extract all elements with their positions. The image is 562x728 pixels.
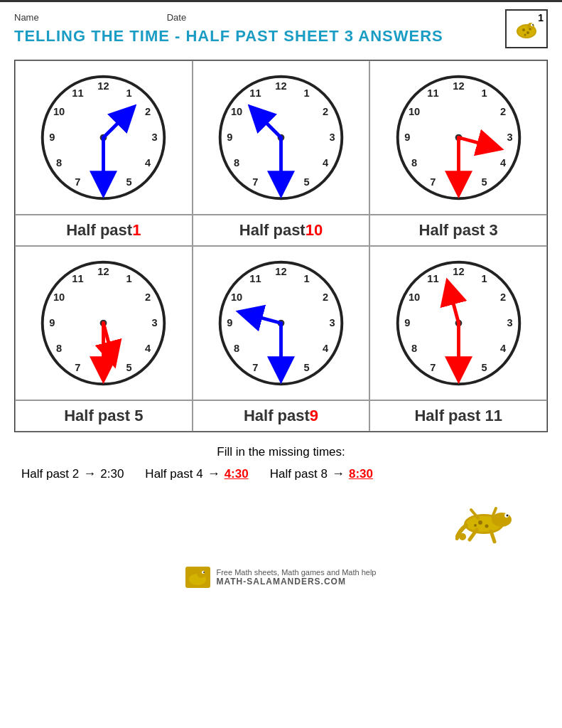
svg-text:2: 2: [145, 106, 151, 117]
svg-text:5: 5: [126, 176, 132, 188]
svg-text:3: 3: [152, 317, 158, 328]
svg-text:12: 12: [275, 80, 286, 92]
label-full-4: Half past 5: [64, 407, 143, 425]
svg-text:1: 1: [303, 273, 309, 284]
fill-arrow-1: →: [83, 466, 96, 481]
clock-svg-1: 121234567891011: [34, 68, 173, 207]
fill-answer-2: 4:30: [225, 467, 249, 481]
svg-text:10: 10: [53, 106, 65, 117]
salamander-icon: [455, 488, 526, 545]
footer: Free Math sheets, Math games and Math he…: [14, 567, 548, 588]
svg-point-116: [474, 524, 477, 527]
date-label: Date: [167, 12, 186, 23]
svg-text:4: 4: [500, 343, 507, 354]
svg-point-122: [203, 572, 205, 573]
name-label: Name: [14, 12, 39, 23]
svg-point-7: [524, 33, 526, 36]
svg-text:1: 1: [481, 273, 487, 284]
fill-title: Fill in the missing times:: [14, 445, 548, 459]
label-full-6: Half past 11: [414, 407, 502, 425]
svg-text:7: 7: [252, 176, 258, 188]
clock-cell-6: 121234567891011: [369, 246, 547, 400]
svg-text:5: 5: [303, 362, 309, 373]
label-cell-6: Half past 11: [369, 400, 547, 432]
svg-text:11: 11: [249, 87, 261, 99]
svg-text:2: 2: [323, 106, 328, 117]
svg-text:1: 1: [303, 87, 309, 99]
svg-text:2: 2: [500, 291, 506, 303]
svg-text:1: 1: [481, 87, 487, 99]
salamander-area: [14, 488, 548, 545]
label-prefix-1: Half past: [66, 221, 132, 240]
svg-text:4: 4: [500, 157, 507, 168]
clock-cell-4: 121234567891011: [15, 246, 193, 400]
svg-text:4: 4: [145, 343, 151, 354]
clock-cell-3: 121234567891011: [369, 60, 547, 215]
label-number-5: 9: [310, 407, 318, 425]
svg-text:7: 7: [75, 176, 81, 188]
svg-text:2: 2: [323, 291, 328, 303]
clock-svg-5: 121234567891011: [212, 254, 350, 392]
label-cell-4: Half past 5: [15, 400, 193, 432]
fill-item-3: Half past 8 → 8:30: [270, 466, 373, 481]
clock-svg-4: 121234567891011: [34, 254, 173, 392]
fill-answer-1: 2:30: [100, 467, 124, 481]
svg-text:7: 7: [75, 362, 81, 373]
svg-text:9: 9: [227, 132, 232, 143]
svg-text:10: 10: [231, 291, 242, 303]
clock-svg-2: 121234567891011: [212, 68, 350, 207]
clock-grid: 1212345678910111212345678910111212345678…: [14, 60, 548, 432]
fill-item-1: Half past 2 → 2:30: [21, 466, 124, 481]
svg-text:5: 5: [481, 176, 487, 188]
svg-text:9: 9: [50, 317, 55, 328]
svg-text:5: 5: [481, 362, 487, 373]
svg-line-111: [491, 531, 495, 542]
svg-text:8: 8: [56, 157, 62, 168]
svg-text:11: 11: [427, 87, 438, 99]
svg-point-5: [522, 28, 525, 31]
svg-text:9: 9: [50, 132, 55, 143]
fill-row: Half past 2 → 2:30 Half past 4 → 4:30 Ha…: [14, 466, 548, 481]
svg-text:11: 11: [249, 273, 261, 284]
label-number-2: 10: [306, 221, 323, 240]
clock-cell-5: 121234567891011: [193, 246, 370, 400]
svg-text:7: 7: [430, 176, 436, 188]
logo-number: 1: [538, 12, 544, 23]
fill-item-2: Half past 4 → 4:30: [145, 466, 248, 481]
svg-text:4: 4: [323, 343, 329, 354]
fill-text-1: Half past 2: [21, 467, 79, 481]
svg-text:5: 5: [303, 176, 309, 188]
svg-text:4: 4: [145, 157, 151, 168]
svg-text:7: 7: [430, 362, 436, 373]
clock-cell-2: 121234567891011: [193, 60, 370, 215]
svg-text:12: 12: [453, 80, 464, 92]
svg-text:11: 11: [72, 87, 84, 99]
svg-text:1: 1: [126, 87, 132, 99]
svg-text:8: 8: [411, 157, 417, 168]
name-date-row: Name Date: [14, 12, 443, 23]
logo-box: 1: [505, 9, 548, 48]
clock-cell-1: 121234567891011: [15, 60, 193, 215]
svg-text:8: 8: [56, 343, 62, 354]
fill-answer-3: 8:30: [349, 467, 373, 481]
page-title: TELLING THE TIME - HALF PAST SHEET 3 ANS…: [14, 27, 443, 46]
clock-svg-3: 121234567891011: [389, 68, 528, 207]
svg-text:3: 3: [152, 132, 158, 143]
svg-text:10: 10: [409, 106, 420, 117]
fill-arrow-2: →: [207, 466, 220, 481]
svg-text:11: 11: [427, 273, 438, 284]
svg-text:3: 3: [330, 317, 335, 328]
svg-text:3: 3: [330, 132, 335, 143]
svg-point-109: [507, 515, 509, 517]
svg-text:2: 2: [500, 106, 506, 117]
footer-logo-icon: [185, 567, 210, 588]
svg-text:10: 10: [409, 291, 420, 303]
fill-text-3: Half past 8: [270, 467, 328, 481]
svg-text:12: 12: [453, 266, 464, 277]
header: Name Date TELLING THE TIME - HALF PAST S…: [14, 9, 548, 55]
fill-text-2: Half past 4: [145, 467, 202, 481]
svg-text:9: 9: [404, 132, 410, 143]
svg-text:12: 12: [98, 266, 109, 277]
svg-text:10: 10: [53, 291, 65, 303]
svg-text:5: 5: [126, 362, 132, 373]
